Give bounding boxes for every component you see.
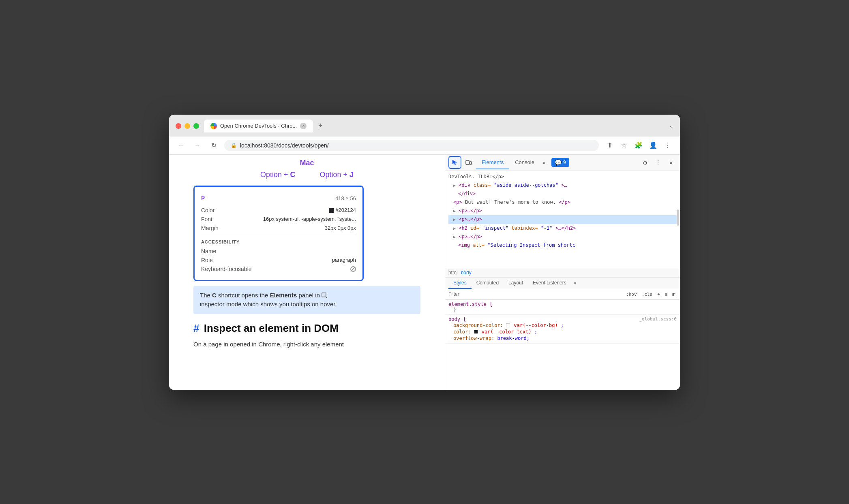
dom-line: </div> [448,190,677,198]
tooltip-keyboard-label: Keyboard-focusable [201,266,252,272]
tooltip-role-label: Role [201,257,213,263]
lock-icon: 🔒 [231,143,237,148]
highlight-elements: Elements [270,292,297,299]
shortcut-j: Option + J [319,171,354,179]
profile-icon[interactable]: 👤 [647,140,659,151]
bg-color-swatch [506,323,510,327]
tooltip-keyboard-row: Keyboard-focusable [201,265,356,273]
tab-close-button[interactable]: × [300,123,307,129]
main-content: Mac Option + Option + CC Option + J p 41… [169,155,680,390]
active-tab[interactable]: Open Chrome DevTools - Chro... × [204,120,313,132]
devtools-toolbar: Elements Console » 💬 9 ⚙ ⋮ × [445,155,680,171]
accessibility-heading: ACCESSIBILITY [201,239,356,244]
close-window-button[interactable] [176,123,181,129]
add-style-button[interactable]: + [656,291,662,298]
css-element-style-block: element.style { } [445,300,680,315]
devtools-tabs: Elements Console » [476,156,548,169]
new-tab-button[interactable]: + [315,120,326,132]
tooltip-color-label: Color [201,207,214,214]
breadcrumb-html[interactable]: html [448,270,458,275]
highlight-text-mid: shortcut opens the [218,292,270,299]
inspect-cursor-icon [452,159,458,166]
toggle-button[interactable]: ◧ [671,291,677,298]
back-button[interactable]: ← [176,140,187,151]
tooltip-font-row: Font 16px system-ui, -apple-system, "sys… [201,215,356,224]
expand-arrow-icon[interactable]: ▶ [453,209,456,213]
layers-button[interactable]: ⊞ [663,291,669,298]
notifications-button[interactable]: 💬 9 [551,158,569,167]
dom-line: <img alt= "Selecting Inspect from shortc [448,241,677,250]
maximize-window-button[interactable] [193,123,199,129]
refresh-button[interactable]: ↻ [208,140,219,151]
chrome-menu-icon[interactable]: ⋮ [662,140,673,151]
minimize-window-button[interactable] [184,123,190,129]
scrollbar[interactable] [677,209,679,226]
styles-tab-event-listeners[interactable]: Event Listeners [528,278,571,289]
tooltip-color-value: #202124 [329,207,356,213]
tab-console[interactable]: Console [509,156,540,169]
breadcrumb-bar: html body [445,268,680,278]
share-icon[interactable]: ⬆ [604,140,615,151]
section-heading: # Inspect an element in DOM [193,322,420,335]
devtools-more-button[interactable]: ⋮ [652,157,664,168]
tab-menu-button[interactable]: ⌄ [669,123,673,129]
styles-tab-styles[interactable]: Styles [448,278,472,289]
address-input[interactable]: 🔒 localhost:8080/docs/devtools/open/ [224,140,599,151]
hov-button[interactable]: :hov [624,291,639,298]
extension-icon[interactable]: 🧩 [633,140,644,151]
svg-rect-0 [322,293,326,297]
css-selector-line: element.style { [448,301,677,307]
traffic-lights [176,123,199,129]
styles-more-tabs[interactable]: » [571,278,579,289]
inspect-element-button[interactable] [448,156,461,169]
dom-line[interactable]: ▶ <p>…</p> [448,233,677,241]
highlight-key-c: C [212,292,217,299]
tab-bar: Open Chrome DevTools - Chro... × + ⌄ [204,120,673,132]
dom-line-selected[interactable]: ▶ <p>…</p> [448,215,677,224]
tab-title: Open Chrome DevTools - Chro... [220,123,297,129]
css-color-line: color: var(--color-text) ; [448,329,677,335]
filter-actions: :hov .cls + ⊞ ◧ [624,291,677,298]
tooltip-role-row: Role paragraph [201,256,356,265]
hash-symbol: # [193,322,199,334]
inspector-icon [322,293,328,299]
tab-elements[interactable]: Elements [476,156,509,169]
device-mode-icon [465,159,472,166]
highlight-box: The C shortcut opens the Elements panel … [193,286,420,314]
highlight-text-before: The [200,292,212,299]
star-icon[interactable]: ☆ [618,140,630,151]
dom-line: DevTools. TLDR:</p> [448,173,677,181]
styles-tab-computed[interactable]: Computed [472,278,504,289]
dom-line[interactable]: ▶ <h2 id= "inspect" tabindex= "-1" >…</h… [448,224,677,233]
filter-bar: :hov .cls + ⊞ ◧ [445,289,680,300]
tooltip-margin-row: Margin 32px 0px 0px [201,224,356,233]
body-text: On a page in opened in Chrome, right-cli… [193,340,420,349]
dom-line: <p> But wait! There's more to know. </p> [448,198,677,207]
devtools-settings-button[interactable]: ⚙ [639,157,651,168]
svg-rect-4 [470,162,472,164]
mac-label: Mac [193,159,420,167]
dom-line[interactable]: ▶ <p>…</p> [448,207,677,215]
expand-arrow-icon[interactable]: ▶ [453,217,456,222]
tooltip-popup: p 418 × 56 Color #202124 Font 16px syste… [193,186,364,281]
devtools-panel: Elements Console » 💬 9 ⚙ ⋮ × DevTools. T… [445,155,680,390]
title-bar: Open Chrome DevTools - Chro... × + ⌄ [169,115,680,137]
highlight-text-panel: panel in [299,292,322,299]
expand-arrow-icon[interactable]: ▶ [453,226,456,231]
cls-button[interactable]: .cls [640,291,654,298]
device-toolbar-button[interactable] [463,157,474,168]
address-bar: ← → ↻ 🔒 localhost:8080/docs/devtools/ope… [169,137,680,155]
filter-input[interactable] [448,291,621,297]
forward-button[interactable]: → [192,140,203,151]
devtools-close-button[interactable]: × [665,157,677,168]
expand-arrow-icon[interactable]: ▶ [453,183,456,188]
css-body-block: _global.scss:6 body { background-color: … [445,315,680,344]
expand-arrow-icon[interactable]: ▶ [453,235,456,239]
css-close-brace: } [448,307,677,313]
breadcrumb-body[interactable]: body [461,270,472,275]
tooltip-element-size: 418 × 56 [335,195,356,201]
styles-tab-layout[interactable]: Layout [504,278,528,289]
tooltip-role-value: paragraph [332,257,356,263]
dom-line[interactable]: ▶ <div class= "aside aside--gotchas" >… [448,181,677,190]
more-tabs-button[interactable]: » [540,156,548,169]
